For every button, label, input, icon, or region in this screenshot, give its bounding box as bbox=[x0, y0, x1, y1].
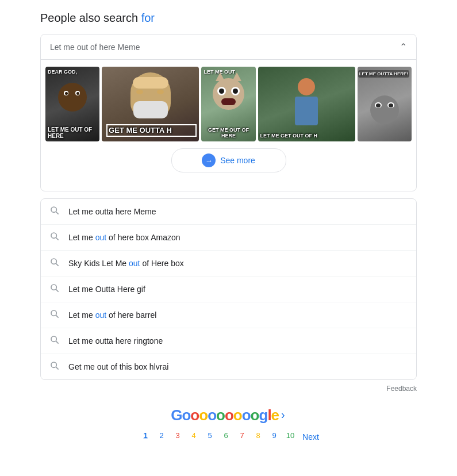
also-search-card: Let me out of here Meme ⌃ dear god, LET … bbox=[40, 34, 417, 191]
meme-images-row: dear god, LET ME OUT OF HERE bbox=[41, 60, 416, 148]
suggestion-text-5: Let me out of here barrel bbox=[68, 310, 156, 320]
meme-image-4[interactable]: LET ME GET OUT OF H bbox=[258, 67, 355, 141]
svg-point-8 bbox=[51, 310, 56, 316]
suggestion-text-7: Get me out of this box hlvrai bbox=[68, 362, 168, 371]
search-icon-2 bbox=[50, 232, 62, 243]
search-suggestions: Let me outta here Meme Let me out of her… bbox=[40, 198, 417, 380]
svg-line-13 bbox=[56, 367, 58, 369]
suggestion-item-4[interactable]: Let me Outta Here gif bbox=[41, 277, 416, 302]
suggestion-text-4: Let me Outta Here gif bbox=[68, 285, 145, 294]
suggestion-item-7[interactable]: Get me out of this box hlvrai bbox=[41, 354, 416, 379]
meme-1-top-label: dear god, bbox=[48, 69, 77, 75]
arrow-right-icon: → bbox=[202, 153, 216, 167]
meme-5-top-label: Let me outta here! bbox=[358, 70, 409, 78]
pagination-wrapper: Gooooooooogle › 1 2 3 4 5 6 7 8 9 10 Nex… bbox=[138, 406, 319, 443]
next-button[interactable]: Next bbox=[302, 432, 319, 442]
page-num-1[interactable]: 1 bbox=[138, 428, 153, 443]
page-num-5[interactable]: 5 bbox=[202, 428, 217, 443]
meme-image-2[interactable]: Get Me Outta H bbox=[102, 67, 199, 141]
meme-3-bottom-label: GET ME OUT OF HERE bbox=[201, 128, 255, 139]
svg-line-11 bbox=[56, 341, 58, 343]
suggestion-item-5[interactable]: Let me out of here barrel bbox=[41, 302, 416, 328]
search-icon-7 bbox=[50, 361, 62, 373]
suggestion-item-6[interactable]: Let me outta here ringtone bbox=[41, 328, 416, 354]
pagination-numbers: 1 2 3 4 5 6 7 8 9 10 Next bbox=[138, 428, 319, 443]
page-num-2[interactable]: 2 bbox=[154, 428, 169, 443]
suggestion-item-2[interactable]: Let me out of here box Amazon bbox=[41, 225, 416, 251]
svg-point-6 bbox=[51, 285, 56, 290]
suggestion-text-3: Sky Kids Let Me out of Here box bbox=[68, 259, 184, 268]
suggestion-text-6: Let me outta here ringtone bbox=[68, 336, 163, 346]
page-num-7[interactable]: 7 bbox=[235, 428, 249, 443]
page-num-4[interactable]: 4 bbox=[186, 428, 201, 443]
svg-line-7 bbox=[56, 289, 58, 291]
meme-image-5[interactable]: Let me outta here! bbox=[358, 67, 412, 141]
svg-point-12 bbox=[51, 362, 56, 367]
page-title: People also search for bbox=[0, 6, 457, 34]
suggestion-item-1[interactable]: Let me outta here Meme bbox=[41, 199, 416, 225]
page-num-3[interactable]: 3 bbox=[170, 428, 185, 443]
card-query-label: Let me out of here Meme bbox=[50, 43, 140, 52]
suggestion-text-2: Let me out of here box Amazon bbox=[68, 233, 181, 242]
pagination-chevron-icon: › bbox=[281, 408, 285, 421]
page-num-8[interactable]: 8 bbox=[251, 428, 266, 443]
search-icon-4 bbox=[50, 283, 62, 295]
svg-line-1 bbox=[56, 212, 58, 214]
title-highlight: for bbox=[141, 11, 155, 24]
suggestion-item-3[interactable]: Sky Kids Let Me out of Here box bbox=[41, 251, 416, 277]
suggestion-text-1: Let me outta here Meme bbox=[68, 207, 156, 216]
svg-point-4 bbox=[51, 259, 56, 264]
page-num-9[interactable]: 9 bbox=[267, 428, 282, 443]
svg-point-10 bbox=[51, 336, 56, 341]
google-logo-pagination: Gooooooooogle › bbox=[171, 406, 286, 424]
see-more-label: See more bbox=[220, 156, 255, 165]
pagination: Gooooooooogle › 1 2 3 4 5 6 7 8 9 10 Nex… bbox=[0, 397, 457, 454]
page-num-10[interactable]: 10 bbox=[283, 428, 298, 443]
card-header: Let me out of here Meme ⌃ bbox=[41, 34, 416, 60]
meme-2-bottom-label: Get Me Outta H bbox=[106, 124, 197, 137]
meme-4-bottom-label: LET ME GET OUT OF H bbox=[260, 133, 355, 139]
feedback-label[interactable]: Feedback bbox=[386, 385, 417, 393]
search-icon-1 bbox=[50, 206, 62, 217]
see-more-button[interactable]: → See more bbox=[171, 148, 286, 172]
feedback-row: Feedback bbox=[0, 380, 457, 397]
meme-image-1[interactable]: dear god, LET ME OUT OF HERE bbox=[45, 67, 99, 141]
svg-point-0 bbox=[51, 207, 56, 212]
page-num-6[interactable]: 6 bbox=[218, 428, 233, 443]
search-icon-6 bbox=[50, 335, 62, 347]
search-icon-5 bbox=[50, 309, 62, 321]
svg-line-9 bbox=[56, 315, 58, 317]
svg-point-2 bbox=[51, 233, 56, 238]
svg-line-3 bbox=[56, 237, 58, 240]
meme-1-bottom-label: LET ME OUT OF HERE bbox=[48, 126, 99, 139]
svg-line-5 bbox=[56, 263, 58, 266]
google-logo: Gooooooooogle bbox=[171, 406, 279, 424]
search-icon-3 bbox=[50, 258, 62, 269]
meme-image-3[interactable]: LET ME OUT GET ME OUT OF HERE bbox=[201, 67, 255, 141]
chevron-up-icon[interactable]: ⌃ bbox=[400, 41, 407, 52]
